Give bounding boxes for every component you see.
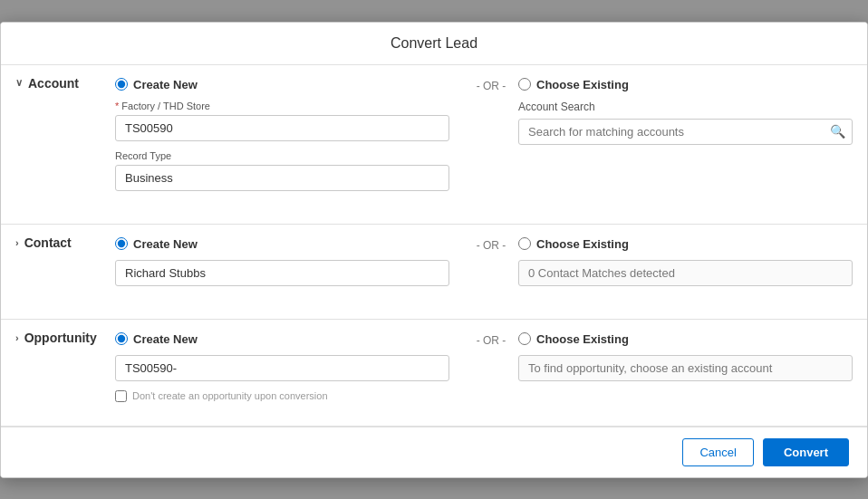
- convert-button[interactable]: Convert: [763, 438, 849, 466]
- account-search-label: Account Search: [518, 101, 853, 113]
- dont-create-checkbox-row: Don't create an opportunity upon convers…: [115, 390, 449, 402]
- opportunity-create-new-col: Create New Don't create an opportunity u…: [115, 329, 464, 417]
- contact-choose-existing-col: Choose Existing 0 Contact Matches detect…: [518, 234, 853, 310]
- account-search-field-group: Account Search 🔍: [518, 101, 853, 145]
- modal-title: Convert Lead: [391, 35, 477, 51]
- contact-section-content: Create New - OR -: [115, 234, 853, 310]
- opportunity-choose-existing-radio[interactable]: [518, 332, 531, 345]
- modal-body: ∨ Account Create New * Fact: [1, 65, 867, 427]
- account-create-new-label: Create New: [133, 78, 198, 91]
- contact-create-new-radio[interactable]: [115, 237, 128, 250]
- contact-matches-text: 0 Contact Matches detected: [518, 260, 853, 286]
- account-chevron-icon: ∨: [15, 77, 23, 89]
- dont-create-checkbox[interactable]: [115, 390, 127, 402]
- factory-field-group: * Factory / THD Store: [115, 101, 449, 141]
- contact-toggle[interactable]: › Contact: [15, 234, 115, 250]
- factory-label-text: Factory / THD Store: [121, 101, 210, 111]
- account-choose-existing-radio-row: Choose Existing: [518, 78, 853, 91]
- contact-section: › Contact Create New: [1, 225, 867, 320]
- account-toggle[interactable]: ∨ Account: [15, 74, 115, 91]
- opportunity-name-input[interactable]: [115, 355, 449, 381]
- existing-opportunity-text: To find opportunity, choose an existing …: [518, 355, 853, 381]
- record-type-input[interactable]: [115, 165, 449, 191]
- account-or-text: - OR -: [477, 80, 506, 92]
- contact-name-input[interactable]: [115, 260, 449, 286]
- account-search-wrapper: 🔍: [518, 119, 853, 145]
- contact-or-text: - OR -: [477, 239, 506, 252]
- contact-name-field-group: [115, 260, 449, 286]
- contact-create-new-col: Create New: [115, 234, 464, 310]
- opportunity-create-new-radio-row: Create New: [115, 332, 449, 346]
- account-or-divider: - OR -: [464, 74, 518, 92]
- contact-chevron-icon: ›: [15, 237, 19, 248]
- opportunity-or-divider: - OR -: [464, 329, 518, 347]
- opportunity-choose-existing-col: Choose Existing To find opportunity, cho…: [518, 329, 853, 405]
- account-section-label: Account: [28, 76, 79, 91]
- account-search-input[interactable]: [518, 119, 853, 145]
- factory-field-label: * Factory / THD Store: [115, 101, 449, 111]
- account-section: ∨ Account Create New * Fact: [1, 65, 867, 225]
- contact-matches-field-group: 0 Contact Matches detected: [518, 260, 853, 286]
- opportunity-name-field-group: [115, 355, 449, 381]
- opportunity-or-text: - OR -: [477, 334, 506, 347]
- account-choose-existing-col: Choose Existing Account Search 🔍: [518, 74, 853, 168]
- opportunity-toggle[interactable]: › Opportunity: [15, 329, 115, 345]
- record-type-label: Record Type: [115, 150, 449, 161]
- factory-input[interactable]: [115, 115, 449, 141]
- dont-create-label: Don't create an opportunity upon convers…: [132, 390, 328, 401]
- modal: Convert Lead ∨ Account Create: [0, 22, 868, 478]
- contact-choose-existing-radio[interactable]: [518, 237, 531, 250]
- contact-create-new-label: Create New: [133, 237, 198, 251]
- opportunity-chevron-icon: ›: [15, 332, 19, 343]
- existing-opportunity-field-group: To find opportunity, choose an existing …: [518, 355, 853, 381]
- account-choose-existing-radio[interactable]: [518, 78, 531, 91]
- contact-create-new-radio-row: Create New: [115, 237, 449, 251]
- contact-section-header: › Contact Create New: [1, 225, 867, 319]
- account-create-new-col: Create New * Factory / THD Store Record …: [115, 74, 464, 215]
- opportunity-create-new-radio[interactable]: [115, 332, 128, 345]
- account-section-content: Create New * Factory / THD Store Record …: [115, 74, 853, 215]
- account-search-button[interactable]: 🔍: [830, 124, 845, 139]
- account-section-header: ∨ Account Create New * Fact: [1, 65, 867, 224]
- opportunity-create-new-label: Create New: [133, 332, 198, 346]
- opportunity-section: › Opportunity Create New: [1, 320, 867, 427]
- contact-section-label: Contact: [24, 235, 72, 250]
- contact-choose-existing-radio-row: Choose Existing: [518, 237, 853, 251]
- opportunity-section-content: Create New Don't create an opportunity u…: [115, 329, 853, 417]
- account-create-new-radio-row: Create New: [115, 78, 449, 91]
- modal-backdrop: Convert Lead ∨ Account Create: [0, 0, 868, 499]
- account-create-new-radio[interactable]: [115, 78, 128, 91]
- cancel-button[interactable]: Cancel: [682, 438, 753, 466]
- record-type-field-group: Record Type: [115, 150, 449, 191]
- opportunity-choose-existing-radio-row: Choose Existing: [518, 332, 853, 346]
- contact-or-divider: - OR -: [464, 234, 518, 252]
- opportunity-section-label: Opportunity: [24, 331, 97, 345]
- modal-header: Convert Lead: [1, 23, 867, 65]
- opportunity-choose-existing-label: Choose Existing: [536, 332, 629, 346]
- account-choose-existing-label: Choose Existing: [536, 78, 629, 91]
- opportunity-section-header: › Opportunity Create New: [1, 320, 867, 426]
- modal-footer: Cancel Convert: [1, 427, 867, 477]
- contact-choose-existing-label: Choose Existing: [536, 237, 629, 251]
